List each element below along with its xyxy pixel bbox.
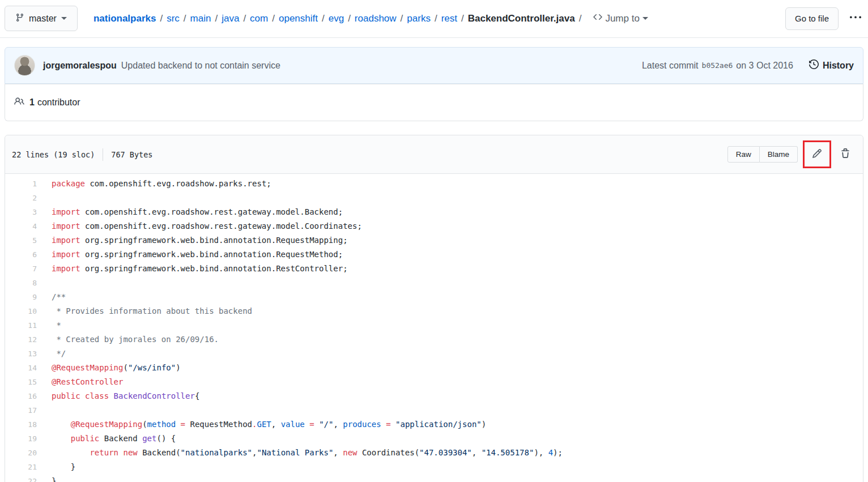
code-line-content: import org.springframework.web.bind.anno… [37,248,343,262]
jump-to-dropdown[interactable]: Jump to [593,12,648,24]
code-view: 1package com.openshift.evg.roadshow.park… [5,174,863,482]
breadcrumb-separator: / [575,13,586,24]
line-number[interactable]: 8 [5,276,37,290]
breadcrumb-separator: / [156,13,167,24]
latest-commit-bar: jorgemoralespou Updated backend to not c… [5,47,863,84]
branch-name: master [29,14,57,24]
breadcrumb-link-roadshow[interactable]: roadshow [355,13,397,24]
breadcrumb-link-nationalparks[interactable]: nationalparks [93,13,156,24]
code-line: 6import org.springframework.web.bind.ann… [5,248,863,262]
contributor-count: 1 [29,97,35,108]
line-number[interactable]: 21 [5,460,37,474]
code-line-content: return new Backend("nationalparks","Nati… [37,446,563,460]
people-icon [14,96,29,109]
line-number[interactable]: 2 [5,191,37,205]
line-number[interactable]: 10 [5,304,37,318]
code-line-content: } [37,460,75,474]
commit-author-link[interactable]: jorgemoralespou [43,61,117,71]
breadcrumb-separator: / [211,13,222,24]
code-line-content: package com.openshift.evg.roadshow.parks… [37,177,271,191]
breadcrumb-separator: / [344,13,355,24]
code-line: 9/** [5,290,863,304]
code-line: 20 return new Backend("nationalparks","N… [5,446,863,460]
breadcrumb: nationalparks/src/main/java/com/openshif… [93,13,586,24]
commit-sha-link[interactable]: b052ae6 [699,61,737,70]
line-number[interactable]: 22 [5,474,37,482]
code-line: 1package com.openshift.evg.roadshow.park… [5,177,863,191]
breadcrumb-link-openshift[interactable]: openshift [279,13,318,24]
chevron-down-icon [61,17,67,23]
line-number[interactable]: 5 [5,233,37,248]
code-line-content: /** [37,290,66,304]
file-lines-info: 22 lines (19 sloc) [12,150,95,159]
trash-icon [840,148,850,160]
code-line-content: public Backend get() { [37,432,176,446]
line-number[interactable]: 3 [5,205,37,219]
line-number[interactable]: 16 [5,389,37,403]
commit-date: on 3 Oct 2016 [736,61,793,71]
chevron-down-icon [643,17,648,23]
line-number[interactable]: 13 [5,347,37,361]
line-number[interactable]: 9 [5,290,37,304]
code-line: 2 [5,191,863,205]
line-number[interactable]: 1 [5,177,37,191]
edit-button[interactable] [803,140,831,168]
code-line: 19 public Backend get() { [5,432,863,446]
history-link[interactable]: History [809,59,854,71]
code-icon [593,12,602,24]
code-line: 4import com.openshift.evg.roadshow.rest.… [5,219,863,233]
avatar[interactable] [14,55,35,76]
code-line-content: @RestController [37,375,123,389]
delete-button[interactable] [835,144,856,165]
code-line-content: @RequestMapping("/ws/info") [37,361,181,375]
breadcrumb-separator: / [457,13,468,24]
line-number[interactable]: 6 [5,248,37,262]
code-line-content [37,276,52,290]
line-number[interactable]: 20 [5,446,37,460]
blame-button[interactable]: Blame [760,146,798,163]
code-line: 8 [5,276,863,290]
code-line-content: import com.openshift.evg.roadshow.rest.g… [37,219,362,233]
line-number[interactable]: 15 [5,375,37,389]
line-number[interactable]: 12 [5,332,37,347]
line-number[interactable]: 17 [5,403,37,417]
line-number[interactable]: 14 [5,361,37,375]
history-label: History [823,61,854,71]
breadcrumb-link-src[interactable]: src [167,13,180,24]
code-line: 21 } [5,460,863,474]
line-number[interactable]: 7 [5,262,37,276]
history-icon [809,59,819,71]
contributors-row[interactable]: 1 contributor [5,84,863,121]
code-line: 10 * Provides information about this bac… [5,304,863,318]
line-number[interactable]: 4 [5,219,37,233]
code-line-content: @RequestMapping(method = RequestMethod.G… [37,417,486,432]
breadcrumb-separator: / [180,13,190,24]
pencil-icon [812,148,822,160]
commit-message-link[interactable]: Updated backend to not contain service [121,61,280,71]
breadcrumb-link-rest[interactable]: rest [441,13,457,24]
line-number[interactable]: 11 [5,318,37,332]
line-number[interactable]: 18 [5,417,37,432]
kebab-menu-button[interactable] [848,10,863,27]
code-line-content: } [37,474,56,482]
line-number[interactable]: 19 [5,432,37,446]
code-line: 3import com.openshift.evg.roadshow.rest.… [5,205,863,219]
breadcrumb-link-evg[interactable]: evg [329,13,344,24]
jump-to-label: Jump to [605,13,639,24]
git-branch-icon [15,13,24,24]
branch-selector-button[interactable]: master [5,6,78,31]
breadcrumb-link-java[interactable]: java [222,13,239,24]
go-to-file-button[interactable]: Go to file [785,7,839,30]
breadcrumb-link-main[interactable]: main [190,13,211,24]
code-line-content [37,403,52,417]
file-box: 22 lines (19 sloc) 767 Bytes Raw Blame 1… [5,135,863,482]
code-line-content: * [37,318,61,332]
file-header: 22 lines (19 sloc) 767 Bytes Raw Blame [5,135,863,174]
breadcrumb-link-com[interactable]: com [250,13,268,24]
code-line: 5import org.springframework.web.bind.ann… [5,233,863,248]
breadcrumb-link-parks[interactable]: parks [407,13,431,24]
raw-button[interactable]: Raw [727,146,760,163]
code-line-content: public class BackendController{ [37,389,199,403]
code-line-content [37,191,52,205]
code-line: 16public class BackendController{ [5,389,863,403]
